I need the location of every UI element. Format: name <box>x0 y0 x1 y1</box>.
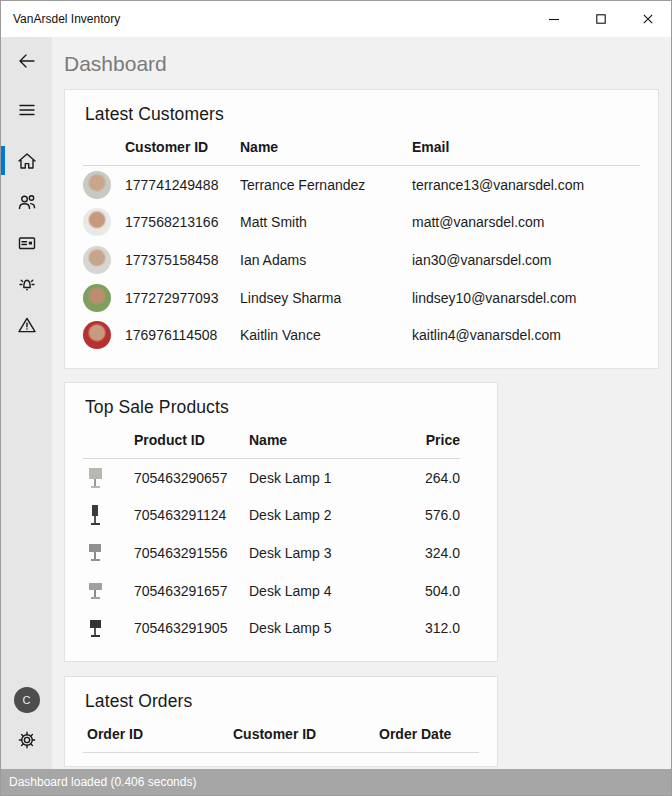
product-row[interactable]: 705463291556Desk Lamp 3324.0 <box>83 534 460 572</box>
product-row[interactable]: 705463291905Desk Lamp 5312.0 <box>83 609 460 647</box>
product-price-cell: 324.0 <box>402 545 460 561</box>
lamp-shade <box>92 505 98 516</box>
status-message: Dashboard loaded (0.406 seconds) <box>9 775 196 789</box>
account-button[interactable]: C <box>14 687 40 713</box>
customer-avatar <box>83 321 111 349</box>
user-avatar-badge: C <box>14 687 40 713</box>
customers-rows: 177741249488Terrance Fernandezterrance13… <box>83 166 640 354</box>
app-window: VanArsdel Inventory <box>0 0 672 796</box>
products-rows: 705463290657Desk Lamp 1264.0705463291124… <box>83 459 479 647</box>
product-name-cell: Desk Lamp 5 <box>249 620 402 636</box>
top-sale-products-card: Top Sale Products Product ID Name Price … <box>64 382 498 662</box>
caption-buttons <box>530 1 671 37</box>
product-id-cell: 705463291124 <box>134 507 249 523</box>
orders-col-order-id: Order ID <box>87 726 233 742</box>
status-bar: Dashboard loaded (0.406 seconds) <box>1 769 671 795</box>
product-id-cell: 705463291657 <box>134 583 249 599</box>
product-lamp-icon <box>83 468 107 488</box>
product-name-cell: Desk Lamp 4 <box>249 583 402 599</box>
lamp-stem <box>94 479 96 486</box>
customer-avatar <box>83 284 111 312</box>
customer-id-cell: 177741249488 <box>125 177 240 193</box>
window-title: VanArsdel Inventory <box>13 12 120 26</box>
product-id-cell: 705463291905 <box>134 620 249 636</box>
latest-orders-card: Latest Orders Order ID Customer ID Order… <box>64 676 498 767</box>
titlebar: VanArsdel Inventory <box>1 1 671 37</box>
app-body: C Dashboard Latest Customers Customer ID… <box>1 37 671 769</box>
product-lamp-icon <box>83 544 107 561</box>
lamp-shade <box>90 620 101 628</box>
customer-email-cell: ian30@vanarsdel.com <box>412 252 640 268</box>
orders-col-customer-id: Customer ID <box>233 726 379 742</box>
lamp-base <box>91 523 100 525</box>
table-header-divider <box>83 752 479 753</box>
lamp-stem <box>94 516 96 523</box>
orders-table-header: Order ID Customer ID Order Date <box>83 724 479 744</box>
sidebar-item-alerts[interactable] <box>1 263 52 304</box>
warning-triangle-icon <box>17 315 37 335</box>
lamp-shade <box>89 544 101 552</box>
sidebar-item-issues[interactable] <box>1 304 52 345</box>
lamp-base <box>91 597 100 599</box>
people-icon <box>17 192 37 212</box>
customer-id-cell: 177375158458 <box>125 252 240 268</box>
lamp-base <box>91 635 100 637</box>
back-arrow-icon <box>17 51 37 71</box>
sidebar-item-customers[interactable] <box>1 181 52 222</box>
product-name-cell: Desk Lamp 1 <box>249 470 402 486</box>
customer-avatar <box>83 171 111 199</box>
minimize-button[interactable] <box>530 1 577 37</box>
customers-col-customer-id: Customer ID <box>125 139 240 155</box>
sidebar-item-orders[interactable] <box>1 222 52 263</box>
customers-col-name: Name <box>240 139 412 155</box>
customer-name-cell: Matt Smith <box>240 214 412 230</box>
back-button[interactable] <box>1 41 52 81</box>
maximize-button[interactable] <box>577 1 624 37</box>
orders-col-order-date: Order Date <box>379 726 479 742</box>
product-lamp-icon <box>83 505 107 525</box>
gear-icon <box>17 730 37 750</box>
customer-row[interactable]: 177375158458Ian Adamsian30@vanarsdel.com <box>83 241 640 279</box>
product-row[interactable]: 705463291124Desk Lamp 2576.0 <box>83 497 460 535</box>
customers-table-header: Customer ID Name Email <box>83 137 640 157</box>
lamp-base <box>91 559 100 561</box>
close-button[interactable] <box>624 1 671 37</box>
customers-card-title: Latest Customers <box>85 104 640 125</box>
active-indicator <box>1 146 5 175</box>
lamp-shade <box>89 468 102 479</box>
customer-row[interactable]: 177272977093Lindsey Sharmalindsey10@vana… <box>83 279 640 317</box>
lamp-stem <box>94 628 96 635</box>
product-row[interactable]: 705463290657Desk Lamp 1264.0 <box>83 459 460 497</box>
customer-row[interactable]: 176976114508Kaitlin Vancekaitlin4@vanars… <box>83 316 640 354</box>
customer-row[interactable]: 177568213166Matt Smithmatt@vanarsdel.com <box>83 204 640 242</box>
hamburger-menu-button[interactable] <box>1 90 52 130</box>
products-col-name: Name <box>249 432 402 448</box>
product-id-cell: 705463290657 <box>134 470 249 486</box>
product-price-cell: 264.0 <box>402 470 460 486</box>
product-price-cell: 504.0 <box>402 583 460 599</box>
customer-id-cell: 176976114508 <box>125 327 240 343</box>
hamburger-icon <box>17 100 37 120</box>
home-icon <box>17 151 37 171</box>
customer-name-cell: Ian Adams <box>240 252 412 268</box>
sidebar-item-home[interactable] <box>1 140 52 181</box>
customer-name-cell: Lindsey Sharma <box>240 290 412 306</box>
product-price-cell: 312.0 <box>402 620 460 636</box>
products-col-price: Price <box>402 432 460 448</box>
products-col-product-id: Product ID <box>134 432 249 448</box>
lamp-stem <box>94 552 96 559</box>
navigation-sidebar: C <box>1 37 52 769</box>
customer-row[interactable]: 177741249488Terrance Fernandezterrance13… <box>83 166 640 204</box>
product-id-cell: 705463291556 <box>134 545 249 561</box>
customer-name-cell: Terrance Fernandez <box>240 177 412 193</box>
nav-items <box>1 140 52 345</box>
lamp-shade <box>89 583 102 590</box>
customer-email-cell: matt@vanarsdel.com <box>412 214 640 230</box>
product-row[interactable]: 705463291657Desk Lamp 4504.0 <box>83 572 460 610</box>
customer-email-cell: lindsey10@vanarsdel.com <box>412 290 640 306</box>
minimize-icon <box>546 11 562 27</box>
maximize-icon <box>593 11 609 27</box>
customers-col-email: Email <box>412 139 640 155</box>
product-name-cell: Desk Lamp 2 <box>249 507 402 523</box>
settings-button[interactable] <box>1 720 52 760</box>
